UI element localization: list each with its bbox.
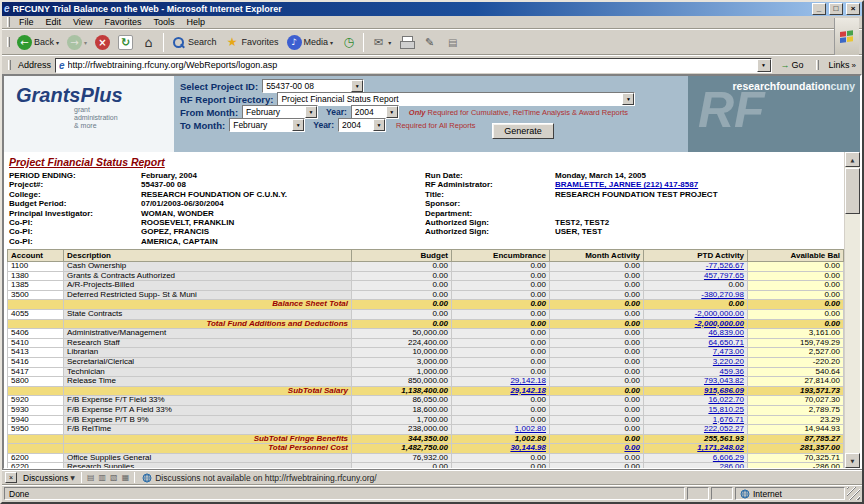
- available-balance-cell: 0.00: [748, 262, 844, 272]
- drilldown-link[interactable]: -77,526.67: [706, 262, 744, 271]
- address-input[interactable]: e http://rfwebtraining.rfcuny.org/WebRep…: [55, 58, 771, 73]
- drilldown-link[interactable]: 0.00: [624, 444, 640, 453]
- dropdown-icon[interactable]: ▼: [622, 93, 634, 105]
- dropdown-icon[interactable]: ▼: [292, 119, 304, 131]
- status-panel: [687, 487, 709, 500]
- address-dropdown-icon[interactable]: ▼: [757, 59, 771, 72]
- drilldown-link[interactable]: 15,810.25: [708, 405, 744, 414]
- from-year-select[interactable]: 2004 ▼: [351, 105, 399, 119]
- generate-button[interactable]: Generate: [492, 123, 554, 139]
- report-field: Co-PI:GOPEZ, FRANCIS: [9, 227, 425, 236]
- discussion-tool-icon[interactable]: ▤: [85, 473, 97, 482]
- drilldown-link[interactable]: 16,022.70: [708, 396, 744, 405]
- discussion-separator: [81, 472, 82, 483]
- links-button[interactable]: Links »: [826, 60, 859, 70]
- dropdown-icon[interactable]: ▼: [373, 119, 385, 131]
- menu-help[interactable]: Help: [180, 17, 211, 27]
- grantsplus-tagline: grant administration & more: [16, 106, 174, 130]
- scroll-down-icon[interactable]: ▼: [845, 453, 860, 468]
- address-grip[interactable]: [8, 60, 11, 70]
- search-button[interactable]: Search: [167, 31, 221, 53]
- discussion-tool-icon[interactable]: ▦: [120, 473, 132, 482]
- refresh-button[interactable]: ↻: [114, 31, 137, 53]
- menu-edit[interactable]: Edit: [40, 17, 68, 27]
- scrollbar-thumb[interactable]: [845, 168, 860, 214]
- from-month-select[interactable]: February ▼: [242, 105, 318, 119]
- stop-button[interactable]: ×: [91, 31, 114, 53]
- budget-cell: 18,600.00: [352, 405, 452, 415]
- mail-button[interactable]: ✉▾: [367, 31, 395, 53]
- drilldown-link[interactable]: 64,650.71: [708, 338, 744, 347]
- links-grip[interactable]: [816, 60, 819, 70]
- drilldown-link[interactable]: 7,473.00: [713, 348, 744, 357]
- scrollbar-track[interactable]: [845, 214, 860, 453]
- media-button[interactable]: ♪Media▾: [283, 31, 338, 53]
- chevron-down-icon: ▾: [56, 39, 59, 46]
- discussion-close-icon[interactable]: ×: [5, 472, 17, 483]
- maximize-button[interactable]: □: [829, 3, 843, 15]
- edit-button[interactable]: ✎: [418, 31, 441, 53]
- month-activity-cell: 0.00: [550, 463, 644, 468]
- drilldown-link[interactable]: 1,171,248.02: [697, 444, 744, 453]
- drilldown-link[interactable]: 29,142.18: [510, 386, 546, 395]
- column-header: Description: [64, 250, 352, 262]
- dropdown-icon[interactable]: ▼: [351, 80, 363, 92]
- menu-tools[interactable]: Tools: [147, 17, 180, 27]
- drilldown-link[interactable]: 915,686.09: [704, 386, 744, 395]
- print-button[interactable]: [395, 31, 418, 53]
- drilldown-link[interactable]: 457,797.65: [704, 271, 744, 280]
- toolbar-grip[interactable]: [7, 37, 10, 47]
- dropdown-icon[interactable]: ▼: [305, 106, 317, 118]
- vertical-scrollbar[interactable]: ▲ ▼: [844, 152, 860, 468]
- menu-favorites[interactable]: Favorites: [98, 17, 147, 27]
- scroll-up-icon[interactable]: ▲: [845, 152, 860, 167]
- field-label: Run Date:: [425, 171, 555, 180]
- drilldown-link[interactable]: 46,839.00: [708, 329, 744, 338]
- report-directory-select[interactable]: Project Financial Status Report ▼: [277, 92, 635, 106]
- field-label: College:: [9, 190, 141, 199]
- encumbrance-cell: 0.00: [452, 281, 550, 291]
- minimize-button[interactable]: _: [812, 3, 826, 15]
- discussion-tool-icon[interactable]: ▥: [97, 473, 109, 482]
- discuss-button[interactable]: ▤: [441, 31, 464, 53]
- favorites-button[interactable]: ★Favorites: [221, 31, 283, 53]
- menu-grip[interactable]: [7, 17, 10, 27]
- to-year-select[interactable]: 2004 ▼: [338, 118, 386, 132]
- menu-file[interactable]: File: [13, 17, 40, 27]
- go-button[interactable]: → Go: [776, 57, 809, 73]
- drilldown-link[interactable]: 793,043.82: [704, 377, 744, 386]
- drilldown-link[interactable]: 1,676.71: [713, 415, 744, 424]
- to-month-select[interactable]: February ▼: [229, 118, 305, 132]
- field-label: Authorized Sign:: [425, 227, 555, 236]
- favorites-icon: ★: [225, 35, 240, 50]
- history-button[interactable]: ◷: [337, 31, 360, 53]
- ptd-activity-cell: -380,270.98: [644, 290, 748, 300]
- drilldown-link[interactable]: 3,220.20: [713, 357, 744, 366]
- drilldown-link[interactable]: 459.36: [720, 367, 744, 376]
- title-bar[interactable]: e RFCUNY Trial Balance on the Web - Micr…: [2, 2, 862, 16]
- project-id-select[interactable]: 55437-00 08 ▼: [262, 79, 364, 93]
- drilldown-link[interactable]: 286.00: [720, 463, 744, 468]
- discussions-button[interactable]: Discussions ▼: [20, 473, 78, 483]
- drilldown-link[interactable]: 1,002.80: [515, 425, 546, 434]
- drilldown-link[interactable]: -2,000,000.00: [695, 319, 744, 328]
- back-button[interactable]: ←Back▾: [13, 31, 63, 53]
- drilldown-link[interactable]: -380,270.98: [701, 290, 744, 299]
- drilldown-link[interactable]: 29,142.18: [510, 377, 546, 386]
- drilldown-link[interactable]: 30,144.98: [510, 444, 546, 453]
- drilldown-link[interactable]: 222,052.27: [704, 425, 744, 434]
- address-url[interactable]: http://rfwebtraining.rfcuny.org/WebRepor…: [68, 60, 754, 70]
- resize-grip[interactable]: [847, 487, 860, 500]
- discussion-tool-icon[interactable]: ▧: [108, 473, 120, 482]
- menu-view[interactable]: View: [67, 17, 98, 27]
- drilldown-link[interactable]: -2,000,000.00: [695, 309, 744, 318]
- field-label: PERIOD ENDING:: [9, 171, 141, 180]
- account-cell: [8, 444, 64, 454]
- drilldown-link[interactable]: 6,606.29: [713, 453, 744, 462]
- close-button[interactable]: ×: [846, 3, 860, 15]
- forward-button[interactable]: →▾: [63, 31, 91, 53]
- rf-administrator-link[interactable]: BRAMLETTE, JARNEE (212) 417-8587: [555, 180, 698, 189]
- dropdown-icon[interactable]: ▼: [386, 106, 398, 118]
- table-row: 1380Grants & Contracts Authorized0.000.0…: [8, 271, 844, 281]
- home-button[interactable]: ⌂: [137, 31, 160, 53]
